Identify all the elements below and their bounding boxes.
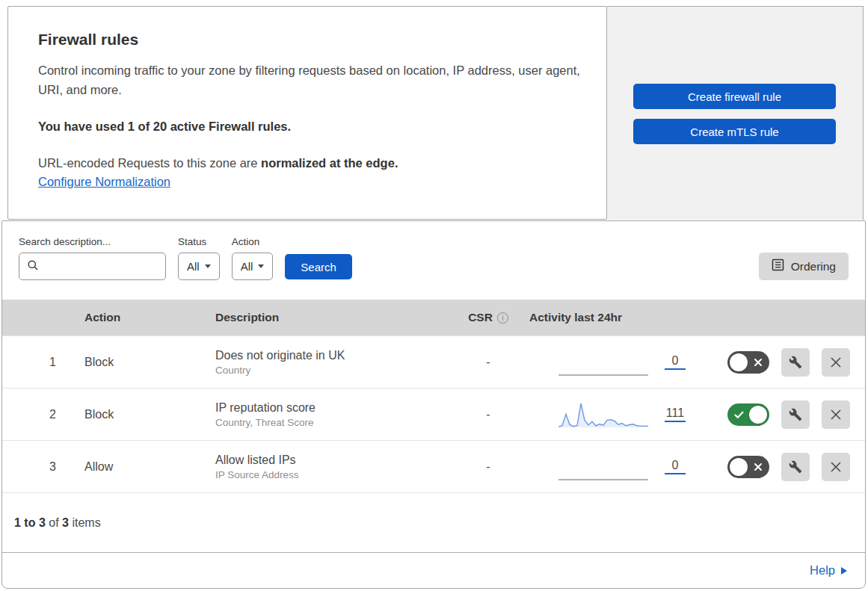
rule-fields: IP Source Address	[215, 469, 447, 480]
activity-sparkline	[558, 453, 648, 481]
rule-description-cell: IP reputation score Country, Threat Scor…	[200, 401, 447, 428]
search-box[interactable]	[19, 253, 166, 280]
rule-enabled-toggle[interactable]	[727, 403, 769, 426]
rule-action: Block	[70, 408, 200, 421]
firewall-rules-page: Firewall rules Control incoming traffic …	[0, 0, 868, 591]
actions-panel: Create firewall rule Create mTLS rule	[607, 6, 864, 220]
wrench-icon	[789, 356, 802, 369]
activity-count-link[interactable]: 0	[665, 459, 686, 474]
column-description: Description	[200, 311, 447, 324]
rule-controls	[715, 453, 865, 481]
toggle-knob	[730, 353, 748, 371]
actions-panel-buttons: Create firewall rule Create mTLS rule	[633, 84, 836, 144]
status-select[interactable]: All	[178, 253, 220, 280]
rule-priority: 3	[2, 460, 70, 474]
normalization-bold: normalized at the edge.	[261, 156, 398, 170]
normalization-text: URL-encoded Requests to this zone are	[38, 156, 261, 170]
search-input[interactable]	[45, 260, 158, 273]
page-header-section: Firewall rules Control incoming traffic …	[7, 6, 864, 220]
action-select-value: All	[241, 260, 253, 273]
rule-enabled-toggle[interactable]	[727, 456, 769, 478]
help-bar: Help	[2, 552, 865, 588]
check-icon	[734, 411, 744, 419]
rule-controls	[715, 400, 865, 429]
action-label: Action	[232, 236, 274, 247]
rule-controls	[715, 348, 865, 377]
search-icon	[27, 259, 39, 274]
edit-rule-button[interactable]	[781, 400, 810, 429]
rule-activity-cell: 0	[529, 348, 715, 377]
rule-csr-value: -	[447, 408, 529, 421]
create-firewall-rule-button[interactable]: Create firewall rule	[633, 84, 836, 109]
filter-controls: Search description... Status All	[19, 236, 352, 280]
rule-description: IP reputation score	[215, 401, 447, 415]
close-icon	[829, 460, 843, 474]
rule-description: Does not originate in UK	[215, 349, 447, 362]
rule-csr-value: -	[447, 460, 529, 474]
status-label: Status	[178, 236, 220, 247]
rules-list-section: Search description... Status All	[1, 220, 866, 589]
ordering-list-icon	[772, 259, 784, 274]
wrench-icon	[789, 408, 802, 421]
search-label: Search description...	[19, 236, 166, 247]
toggle-knob	[749, 406, 767, 424]
rule-description: Allow listed IPs	[215, 454, 447, 467]
status-filter-group: Status All	[178, 236, 220, 280]
pagination-range: 1 to 3	[14, 516, 46, 530]
rule-fields: Country	[215, 365, 447, 376]
rule-enabled-toggle[interactable]	[727, 351, 769, 374]
table-row: 1 Block Does not originate in UK Country…	[2, 335, 865, 388]
ordering-button[interactable]: Ordering	[759, 253, 849, 280]
table-row: 2 Block IP reputation score Country, Thr…	[2, 388, 865, 440]
chevron-down-icon	[258, 264, 264, 268]
firewall-intro-card: Firewall rules Control incoming traffic …	[7, 6, 607, 220]
configure-normalization-link[interactable]: Configure Normalization	[38, 175, 170, 188]
pagination-total: 3	[62, 516, 69, 530]
action-filter-group: Action All	[232, 236, 274, 280]
search-button[interactable]: Search	[285, 254, 352, 279]
x-icon	[754, 358, 763, 367]
delete-rule-button[interactable]	[822, 348, 850, 377]
page-title: Firewall rules	[38, 31, 576, 49]
close-icon	[829, 408, 843, 421]
page-description: Control incoming traffic to your zone by…	[38, 61, 588, 100]
column-activity: Activity last 24hr	[529, 311, 715, 324]
column-csr-label: CSR	[468, 311, 493, 324]
rule-csr-value: -	[447, 356, 529, 369]
delete-rule-button[interactable]	[822, 453, 850, 481]
help-link[interactable]: Help	[810, 563, 847, 578]
activity-count-link[interactable]: 111	[665, 406, 686, 422]
usage-notice: You have used 1 of 20 active Firewall ru…	[38, 120, 576, 134]
rule-activity-cell: 0	[529, 453, 715, 481]
rule-action: Allow	[70, 460, 200, 474]
filter-bar: Search description... Status All	[2, 221, 865, 300]
status-select-value: All	[187, 260, 200, 273]
activity-count-link[interactable]: 0	[665, 354, 686, 370]
x-icon	[754, 462, 763, 471]
column-csr: CSR i	[447, 311, 529, 324]
pagination-items: items	[69, 516, 101, 530]
toggle-knob	[730, 458, 748, 476]
wrench-icon	[789, 460, 802, 474]
create-mtls-rule-button[interactable]: Create mTLS rule	[633, 119, 836, 144]
rule-priority: 2	[2, 408, 70, 421]
info-icon[interactable]: i	[497, 312, 508, 324]
pagination-summary: 1 to 3 of 3 items	[2, 492, 865, 552]
table-header: Action Description CSR i Activity last 2…	[2, 300, 865, 335]
activity-sparkline	[558, 400, 648, 429]
edit-rule-button[interactable]	[781, 453, 810, 481]
ordering-button-label: Ordering	[791, 260, 836, 273]
close-icon	[829, 356, 843, 369]
arrow-right-icon	[841, 567, 847, 575]
pagination-of: of	[46, 516, 62, 530]
chevron-down-icon	[205, 264, 211, 268]
action-select[interactable]: All	[232, 253, 274, 280]
delete-rule-button[interactable]	[822, 400, 850, 429]
search-group: Search description...	[19, 236, 166, 280]
help-link-label: Help	[810, 563, 835, 578]
rule-action: Block	[70, 356, 200, 369]
edit-rule-button[interactable]	[781, 348, 810, 377]
normalization-notice: URL-encoded Requests to this zone are no…	[38, 156, 576, 170]
rule-activity-cell: 111	[529, 400, 715, 429]
rule-fields: Country, Threat Score	[215, 417, 447, 428]
